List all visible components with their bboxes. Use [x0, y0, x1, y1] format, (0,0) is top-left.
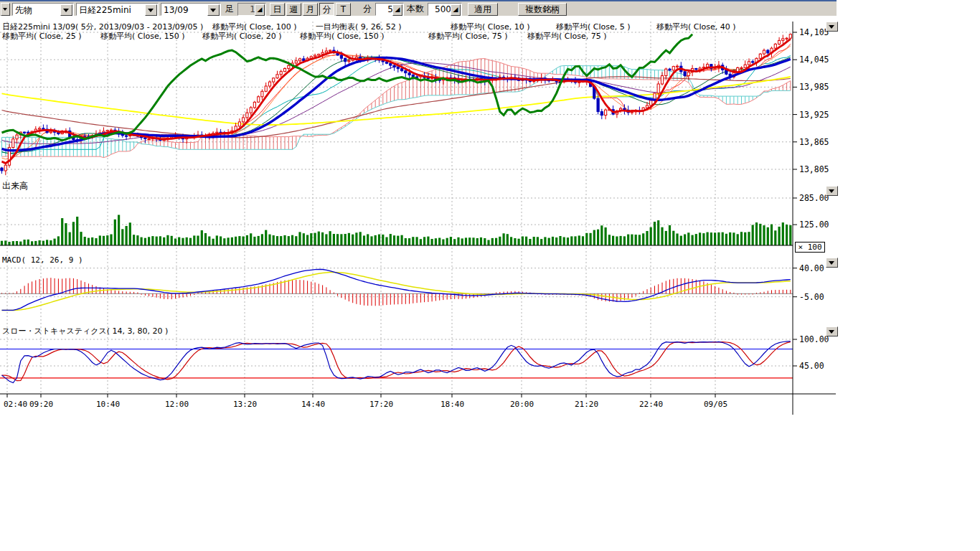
legend-item: 移動平均( Close, 150 ) — [300, 31, 385, 42]
bar-count-spinner[interactable]: 500 ◢ — [428, 3, 462, 16]
tick-button[interactable]: T — [336, 3, 351, 16]
stoch-pane-label: スロー・ストキャスティクス( 14, 3, 80, 20 ) — [2, 326, 168, 336]
chevron-down-icon — [829, 25, 834, 32]
contract-month-select[interactable]: 13/09 — [161, 3, 221, 16]
svg-text:13:20: 13:20 — [233, 400, 257, 409]
chevron-down-icon — [829, 330, 834, 336]
bar-interval-spinner[interactable]: 1 ◢ — [237, 3, 266, 16]
svg-text:10:40: 10:40 — [96, 400, 120, 409]
symbol-select-value: 日経225mini — [79, 4, 131, 16]
macd-pane-dropdown-button[interactable] — [826, 258, 838, 268]
chevron-down-icon — [829, 189, 834, 196]
svg-text:14,105: 14,105 — [799, 27, 829, 37]
svg-text:100.00: 100.00 — [799, 334, 829, 344]
bar-count-value: 500 — [435, 4, 451, 14]
svg-text:02:40: 02:40 — [4, 400, 27, 409]
chevron-down-icon — [63, 9, 69, 15]
svg-text:09/05: 09/05 — [704, 400, 727, 409]
contract-month-drop-button[interactable] — [207, 4, 220, 16]
minute-label: 分 — [363, 3, 372, 16]
price-pane-dropdown-button[interactable] — [826, 22, 838, 32]
svg-text:14:40: 14:40 — [301, 400, 325, 409]
market-select[interactable]: 先物 — [12, 3, 74, 16]
volume-pane-label: 出来高 — [2, 180, 28, 192]
chevron-down-icon — [829, 261, 834, 268]
minute-spinner[interactable]: 5 ◢ — [375, 3, 404, 16]
macd-pane-label: MACD( 12, 26, 9 ) — [2, 255, 83, 265]
chevron-down-icon — [148, 9, 154, 15]
bar-count-label: 本数 — [407, 3, 424, 16]
weekly-button[interactable]: 週 — [286, 3, 301, 16]
multi-symbol-button[interactable]: 複数銘柄 — [518, 3, 567, 16]
volume-multiplier-badge: × 100 — [795, 242, 825, 253]
spinner-icon[interactable]: ◢ — [451, 4, 461, 16]
svg-text:14,045: 14,045 — [799, 55, 829, 65]
svg-text:125.00: 125.00 — [799, 220, 829, 230]
monthly-button[interactable]: 月 — [303, 3, 318, 16]
price-volume-macd-stoch-chart: 02:4009:2010:4012:0013:2014:4017:2018:40… — [0, 16, 980, 551]
market-select-drop-button[interactable] — [60, 4, 72, 16]
legend-item: 移動平均( Close, 150 ) — [100, 31, 185, 42]
minute-button[interactable]: 分 — [319, 3, 334, 16]
contract-month-value: 13/09 — [164, 4, 189, 16]
svg-text:17:20: 17:20 — [369, 400, 393, 409]
symbol-select[interactable]: 日経225mini — [76, 3, 159, 16]
svg-text:40.00: 40.00 — [799, 263, 824, 273]
svg-text:13,805: 13,805 — [799, 164, 829, 174]
legend-item: 移動平均( Close, 20 ) — [202, 31, 282, 42]
svg-text:21:20: 21:20 — [575, 400, 598, 409]
legend-row-2: 移動平均( Close, 25 )移動平均( Close, 150 )移動平均(… — [0, 31, 793, 39]
legend-row-1: 日経225mini 13/09( 5分, 2013/09/03 - 2013/0… — [0, 22, 793, 30]
chart-area: 02:4009:2010:4012:0013:2014:4017:2018:40… — [0, 16, 980, 551]
svg-text:13,865: 13,865 — [799, 137, 829, 147]
legend-item: 移動平均( Close, 75 ) — [428, 31, 508, 42]
daily-button[interactable]: 日 — [270, 3, 285, 16]
svg-text:13,985: 13,985 — [799, 82, 829, 92]
spinner-icon[interactable]: ◢ — [392, 4, 402, 16]
svg-text:18:40: 18:40 — [440, 400, 464, 409]
stoch-pane-dropdown-button[interactable] — [826, 326, 838, 336]
svg-text:-5.00: -5.00 — [799, 292, 824, 302]
volume-pane-dropdown-button[interactable] — [826, 186, 838, 196]
spinner-icon[interactable]: ◢ — [255, 4, 265, 16]
svg-text:12:00: 12:00 — [165, 400, 189, 409]
chevron-down-icon — [3, 8, 7, 13]
apply-button[interactable]: 適用 — [468, 3, 498, 16]
legend-item: 移動平均( Close, 25 ) — [2, 31, 82, 42]
svg-text:22:40: 22:40 — [639, 400, 663, 409]
toolbar: 先物 日経225mini 13/09 足 1 ◢ 日 週 月 分 T 分 5 ◢… — [0, 0, 837, 16]
legend-item: 移動平均( Close, 75 ) — [527, 31, 607, 42]
svg-text:45.00: 45.00 — [799, 361, 824, 371]
svg-text:20:00: 20:00 — [510, 400, 534, 409]
bar-type-label: 足 — [225, 3, 234, 16]
market-select-value: 先物 — [15, 4, 32, 16]
toolbar-mini-dropdown-button[interactable] — [1, 3, 10, 16]
svg-text:13,925: 13,925 — [799, 110, 829, 120]
svg-text:285.00: 285.00 — [799, 193, 829, 203]
svg-text:09:20: 09:20 — [29, 400, 53, 409]
chevron-down-icon — [210, 9, 216, 15]
symbol-select-drop-button[interactable] — [145, 4, 157, 16]
